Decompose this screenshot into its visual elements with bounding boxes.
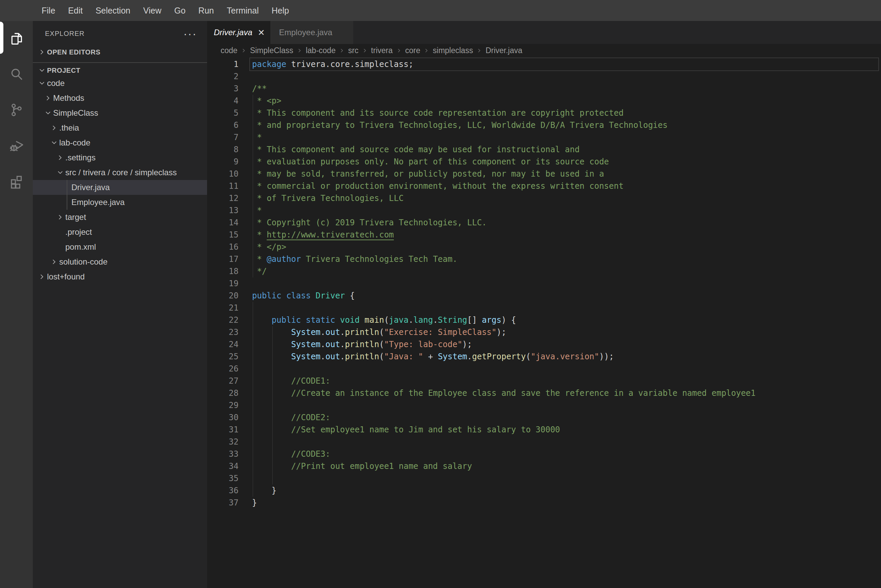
chevron-down-icon[interactable]	[50, 139, 59, 147]
menu-file[interactable]: File	[35, 6, 61, 16]
menu-edit[interactable]: Edit	[61, 6, 89, 16]
tree-item-lost-found[interactable]: lost+found	[33, 269, 207, 284]
tree-item-solution-code[interactable]: solution-code	[33, 254, 207, 269]
code-line[interactable]: 27 //CODE1:	[207, 375, 881, 387]
tree-item-settings[interactable]: .settings	[33, 150, 207, 165]
code-line[interactable]: 13 *	[207, 204, 881, 216]
code-line[interactable]: 21	[207, 302, 881, 314]
search-icon[interactable]	[0, 57, 33, 92]
code-line[interactable]: 15 * http://www.triveratech.com	[207, 229, 881, 241]
extensions-icon[interactable]	[0, 163, 33, 199]
code-line[interactable]: 4 * <p>	[207, 95, 881, 107]
code-line[interactable]: 9 * evaluation purposes only. No part of…	[207, 156, 881, 168]
chevron-right-icon[interactable]	[50, 258, 59, 266]
editor-area: Driver.java✕Employee.java codeSimpleClas…	[207, 21, 881, 588]
code-line[interactable]: 22 public static void main(java.lang.Str…	[207, 314, 881, 326]
tree-item-driver-java[interactable]: Driver.java	[33, 180, 207, 195]
chevron-down-icon[interactable]	[38, 80, 47, 87]
menu-go[interactable]: Go	[168, 6, 192, 16]
code-line[interactable]: 25 System.out.println("Java: " + System.…	[207, 351, 881, 363]
code-line[interactable]: 10 * may be sold, transferred, or public…	[207, 168, 881, 180]
code-line[interactable]: 16 * </p>	[207, 241, 881, 253]
code-line[interactable]: 31 //Set employee1 name to Jim and set h…	[207, 424, 881, 436]
code-line[interactable]: 8 * This component and source code may b…	[207, 144, 881, 156]
tab-employee-java[interactable]: Employee.java	[270, 21, 353, 44]
line-content: *	[252, 204, 881, 216]
code-line[interactable]: 23 System.out.println("Exercise: SimpleC…	[207, 326, 881, 338]
code-line[interactable]: 6 * and proprietary to Trivera Technolog…	[207, 119, 881, 131]
code-line[interactable]: 1package trivera.core.simpleclass;	[207, 58, 881, 70]
code-line[interactable]: 7 *	[207, 131, 881, 144]
breadcrumb-item-simpleclass[interactable]: SimpleClass	[250, 46, 293, 55]
code-token: []	[467, 315, 482, 325]
code-line[interactable]: 17 * @author Trivera Technologies Tech T…	[207, 253, 881, 265]
tree-item-src-trivera-core-simpleclass[interactable]: src / trivera / core / simpleclass	[33, 165, 207, 180]
code-line[interactable]: 37}	[207, 496, 881, 509]
more-actions-icon[interactable]: ···	[183, 30, 197, 37]
code-token	[252, 315, 272, 325]
code-line[interactable]: 11 * commercial or production environmen…	[207, 180, 881, 192]
menu-selection[interactable]: Selection	[89, 6, 137, 16]
breadcrumb-item-driver-java[interactable]: Driver.java	[485, 46, 522, 55]
code-line[interactable]: 19	[207, 278, 881, 290]
tree-item-pom-xml[interactable]: pom.xml	[33, 240, 207, 254]
tree-item-simpleclass[interactable]: SimpleClass	[33, 105, 207, 120]
code-line[interactable]: 34 //Print out employee1 name and salary	[207, 460, 881, 472]
line-content: }	[252, 484, 881, 496]
tree-item-code[interactable]: code	[33, 76, 207, 91]
menu-terminal[interactable]: Terminal	[220, 6, 265, 16]
tree-item-methods[interactable]: Methods	[33, 91, 207, 105]
chevron-down-icon[interactable]	[57, 169, 65, 176]
code-line[interactable]: 36 }	[207, 484, 881, 496]
line-content: * http://www.triveratech.com	[252, 229, 881, 241]
code-line[interactable]: 2	[207, 70, 881, 82]
tab-driver-java[interactable]: Driver.java✕	[207, 21, 270, 44]
tree-item-employee-java[interactable]: Employee.java	[33, 195, 207, 210]
breadcrumb-item-trivera[interactable]: trivera	[371, 46, 393, 55]
chevron-right-icon[interactable]	[50, 124, 59, 132]
code-line[interactable]: 33 //CODE3:	[207, 448, 881, 460]
tree-item-lab-code[interactable]: lab-code	[33, 135, 207, 150]
line-content: */	[252, 265, 881, 278]
code-line[interactable]: 26	[207, 363, 881, 375]
code-line[interactable]: 20public class Driver {	[207, 290, 881, 302]
code-line[interactable]: 14 * Copyright (c) 2019 Trivera Technolo…	[207, 216, 881, 229]
tree-item-project[interactable]: .project	[33, 225, 207, 240]
code-line[interactable]: 12 * of Trivera Technologies, LLC	[207, 192, 881, 204]
chevron-down-icon[interactable]	[44, 109, 53, 117]
code-line[interactable]: 24 System.out.println("Type: lab-code");	[207, 338, 881, 351]
code-line[interactable]: 29	[207, 399, 881, 411]
run-debug-icon[interactable]	[0, 128, 33, 163]
code-editor[interactable]: 1package trivera.core.simpleclass;23/**4…	[207, 57, 881, 509]
code-line[interactable]: 28 //Create an instance of the Employee …	[207, 387, 881, 399]
menu-view[interactable]: View	[137, 6, 168, 16]
chevron-right-icon[interactable]	[44, 94, 53, 102]
breadcrumb-item-src[interactable]: src	[348, 46, 359, 55]
source-control-icon[interactable]	[0, 92, 33, 128]
code-token: (	[384, 315, 389, 325]
breadcrumb-item-core[interactable]: core	[405, 46, 421, 55]
menu-run[interactable]: Run	[192, 6, 220, 16]
close-icon[interactable]: ✕	[258, 28, 265, 37]
activity-bar	[0, 21, 33, 588]
code-token: args	[482, 315, 501, 325]
code-line[interactable]: 18 */	[207, 265, 881, 278]
chevron-right-icon[interactable]	[38, 273, 47, 280]
code-line[interactable]: 30 //CODE2:	[207, 411, 881, 424]
open-editors-section[interactable]: OPEN EDITORS	[33, 45, 207, 60]
code-line[interactable]: 3/**	[207, 82, 881, 95]
indent-guide	[253, 448, 253, 460]
breadcrumb-item-lab-code[interactable]: lab-code	[306, 46, 336, 55]
files-icon[interactable]	[0, 21, 33, 57]
tree-item-theia[interactable]: .theia	[33, 120, 207, 135]
menu-help[interactable]: Help	[265, 6, 295, 16]
breadcrumb-item-simpleclass[interactable]: simpleclass	[433, 46, 473, 55]
chevron-right-icon[interactable]	[57, 154, 65, 161]
breadcrumb-item-code[interactable]: code	[220, 46, 238, 55]
tree-item-target[interactable]: target	[33, 210, 207, 225]
chevron-right-icon[interactable]	[57, 213, 65, 221]
code-line[interactable]: 35	[207, 472, 881, 484]
code-line[interactable]: 32	[207, 436, 881, 448]
code-line[interactable]: 5 * This component and its source code r…	[207, 107, 881, 119]
url-link[interactable]: http://www.triveratech.com	[267, 230, 394, 240]
